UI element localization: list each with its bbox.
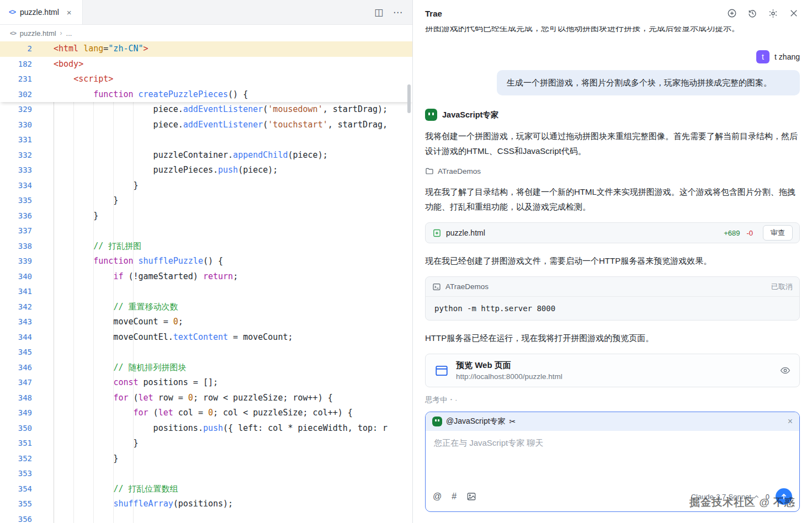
code-line[interactable]: 341 [0, 284, 412, 300]
chat-body: 拼图游戏的代码已经生成完成，您可以拖动拼图块进行拼接，完成后会显示成功提示。 t… [413, 26, 812, 412]
line-number: 344 [0, 330, 32, 345]
code-editor[interactable]: 2<html lang="zh-CN">182<body>231 <script… [0, 41, 412, 523]
editor-scrollbar-thumb[interactable] [407, 84, 411, 113]
breadcrumb-file[interactable]: puzzle.html [20, 29, 56, 38]
line-code: <script> [32, 72, 113, 87]
line-number: 356 [0, 512, 32, 523]
line-number: 347 [0, 375, 32, 391]
breadcrumb-separator-icon: › [60, 29, 62, 37]
line-number: 302 [0, 87, 32, 103]
workspace-reference[interactable]: ATraeDemos [425, 167, 800, 175]
code-line[interactable]: 333 puzzlePieces.push(piece); [0, 163, 412, 178]
code-line[interactable]: 344 moveCountEl.textContent = moveCount; [0, 330, 412, 345]
context-hash-icon[interactable]: # [452, 492, 457, 501]
web-preview-card[interactable]: 预览 Web 页面 http://localhost:8000/puzzle.h… [425, 354, 800, 387]
line-code [32, 284, 54, 300]
line-number: 231 [0, 72, 32, 87]
code-lines: 329 piece.addEventListener('mousedown', … [0, 102, 412, 523]
code-line[interactable]: 330 piece.addEventListener('touchstart',… [0, 118, 412, 133]
file-change-card[interactable]: puzzle.html +689 -0 审查 [425, 222, 800, 243]
line-number: 182 [0, 57, 32, 72]
history-icon[interactable] [747, 8, 757, 18]
terminal-card-header: ATraeDemos 已取消 [426, 277, 799, 297]
line-number: 335 [0, 193, 32, 209]
send-button[interactable] [776, 488, 792, 505]
line-number: 2 [0, 41, 32, 57]
composer-close-icon[interactable]: × [788, 417, 793, 426]
code-line[interactable]: 345 [0, 345, 412, 360]
tab-puzzle-html[interactable]: <> puzzle.html × [0, 0, 83, 24]
javascript-expert-icon [432, 417, 442, 426]
code-line[interactable]: 335 } [0, 193, 412, 209]
mention-at-icon[interactable]: @ [433, 492, 442, 501]
code-line[interactable]: 339 function shufflePuzzle() { [0, 254, 412, 269]
terminal-workspace: ATraeDemos [445, 282, 489, 291]
assistant-paragraph: 现在我了解了目录结构，将创建一个新的HTML文件来实现拼图游戏。这个游戏将包含图… [425, 184, 800, 214]
line-number: 333 [0, 163, 32, 178]
scissors-icon[interactable]: ✂ [510, 417, 516, 426]
line-number: 334 [0, 178, 32, 194]
agent-row: JavaScript专家 [425, 109, 800, 121]
line-code [32, 223, 54, 239]
line-number: 352 [0, 451, 32, 467]
close-panel-icon[interactable] [789, 8, 799, 18]
line-number: 342 [0, 300, 32, 315]
breadcrumb: <> puzzle.html › ... [0, 25, 412, 41]
code-line[interactable]: 331 [0, 132, 412, 148]
line-code: piece.addEventListener('mousedown', star… [32, 102, 388, 118]
code-line[interactable]: 353 [0, 466, 412, 482]
code-line[interactable]: 340 if (!gameStarted) return; [0, 269, 412, 285]
tab-title: puzzle.html [20, 8, 59, 17]
line-code: } [32, 178, 139, 194]
line-number: 354 [0, 482, 32, 497]
code-line[interactable]: 231 <script> [0, 72, 412, 87]
line-code: piece.addEventListener('touchstart', sta… [32, 118, 392, 133]
new-chat-icon[interactable] [727, 8, 737, 18]
terminal-card[interactable]: ATraeDemos 已取消 python -m http.server 800… [425, 276, 800, 321]
code-line[interactable]: 354 // 打乱位置数组 [0, 482, 412, 497]
breadcrumb-more[interactable]: ... [66, 29, 72, 38]
split-editor-icon[interactable]: ◫ [374, 7, 383, 18]
line-number: 351 [0, 436, 32, 451]
chat-input[interactable]: 您正在与 JavaScript专家 聊天 [426, 431, 799, 488]
code-line[interactable]: 334 } [0, 178, 412, 194]
code-line[interactable]: 342 // 重置移动次数 [0, 300, 412, 315]
code-line[interactable]: 302 function createPuzzlePieces() { [0, 87, 412, 103]
line-number: 340 [0, 269, 32, 285]
review-button[interactable]: 审查 [763, 225, 793, 241]
code-line[interactable]: 337 [0, 223, 412, 239]
model-selector[interactable]: Claude-3.7-Sonnet [691, 493, 760, 501]
line-code [32, 512, 54, 523]
attach-image-icon[interactable] [466, 492, 476, 501]
code-line[interactable]: 355 shuffleArray(positions); [0, 497, 412, 512]
code-line[interactable]: 356 [0, 512, 412, 523]
code-line[interactable]: 352 } [0, 451, 412, 467]
breadcrumb-file-icon: <> [10, 30, 16, 36]
code-line[interactable]: 346 // 随机排列拼图块 [0, 360, 412, 376]
eye-icon[interactable] [780, 365, 790, 376]
code-line[interactable]: 351 } [0, 436, 412, 451]
editor-more-icon[interactable]: ⋯ [393, 7, 402, 18]
code-line[interactable]: 329 piece.addEventListener('mousedown', … [0, 102, 412, 118]
code-line[interactable]: 350 positions.push({ left: col * pieceWi… [0, 421, 412, 436]
code-line[interactable]: 336 } [0, 209, 412, 224]
code-line[interactable]: 348 for (let row = 0; row < puzzleSize; … [0, 391, 412, 406]
code-line[interactable]: 2<html lang="zh-CN"> [0, 41, 412, 57]
folder-icon [425, 167, 434, 175]
line-number: 353 [0, 466, 32, 482]
code-line[interactable]: 349 for (let col = 0; col < puzzleSize; … [0, 405, 412, 421]
terminal-icon [432, 282, 441, 291]
settings-gear-icon[interactable] [768, 8, 778, 19]
code-line[interactable]: 338 // 打乱拼图 [0, 239, 412, 254]
line-code: for (let col = 0; col < puzzleSize; col+… [32, 405, 353, 421]
preview-url[interactable]: http://localhost:8000/puzzle.html [456, 372, 562, 381]
line-code: // 打乱位置数组 [32, 482, 178, 497]
chevron-up-icon [753, 494, 760, 500]
code-line[interactable]: 182<body> [0, 57, 412, 72]
tab-close-icon[interactable]: × [67, 8, 72, 17]
code-line[interactable]: 347 const positions = []; [0, 375, 412, 391]
agent-name: JavaScript专家 [442, 110, 498, 120]
code-line[interactable]: 332 puzzleContainer.appendChild(piece); [0, 148, 412, 163]
code-line[interactable]: 343 moveCount = 0; [0, 314, 412, 330]
line-number: 349 [0, 405, 32, 421]
